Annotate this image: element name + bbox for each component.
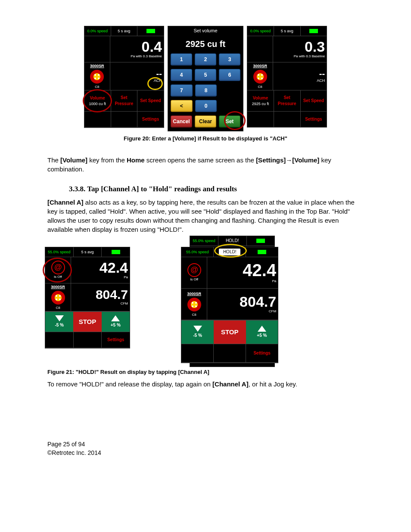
- set-button[interactable]: Set: [219, 115, 240, 128]
- device-home-before: 0.0% speed 5 s avg 0.4 Pa with 0.3 Basel…: [84, 26, 164, 128]
- avg-label: 5 s avg: [111, 26, 138, 36]
- set-speed-button[interactable]: Set Speed: [137, 90, 164, 111]
- channel-b-unit: ACH: [154, 78, 162, 84]
- channel-b-value: --: [319, 69, 325, 78]
- speed-label: 55.0% speed: [190, 236, 218, 246]
- settings-button[interactable]: Settings: [102, 332, 130, 348]
- fan-icon: [51, 291, 65, 305]
- settings-button[interactable]: Settings: [246, 344, 278, 362]
- speed-label: 0.0% speed: [84, 26, 111, 36]
- battery-icon: [246, 247, 278, 257]
- jog-up-button[interactable]: +5 %: [102, 312, 130, 332]
- model-label: 3000SR: [253, 63, 267, 69]
- channel-a[interactable]: 0.3 Pa with 0.3 Baseline: [247, 36, 327, 62]
- channel-a-value: 0.3: [305, 39, 325, 54]
- channel-b-value: 804.7: [240, 294, 276, 309]
- speed-label: 55.0% speed: [45, 247, 74, 257]
- channel-b[interactable]: 3000SR C8 -- ACH: [247, 62, 327, 90]
- key-5[interactable]: 5: [195, 69, 216, 81]
- at-label: is Off: [190, 277, 198, 282]
- speed-label: 55.0% speed: [181, 247, 214, 257]
- paragraph-hold: [Channel A] also acts as a key, so by ta…: [47, 198, 364, 234]
- channel-a[interactable]: @ is Off 42.4 Pa: [45, 257, 130, 283]
- channel-b-unit: ACH: [317, 78, 325, 84]
- key-7[interactable]: 7: [171, 84, 193, 96]
- model-label: 3000SR: [187, 291, 201, 297]
- channel-b[interactable]: 3000SR C8 804.7 CFM: [45, 283, 130, 311]
- paragraph-volume-key: The [Volume] key from the Home screen op…: [47, 156, 364, 174]
- battery-icon: [102, 247, 130, 257]
- jog-down-button[interactable]: -5 %: [181, 320, 214, 344]
- avg-label: 5 s avg: [274, 26, 301, 36]
- avg-label: 5 s avg: [74, 247, 102, 257]
- channel-a-sub: Pa with 0.3 Baseline: [131, 54, 162, 59]
- figure-20: 0.0% speed 5 s avg 0.4 Pa with 0.3 Basel…: [47, 26, 364, 131]
- channel-a[interactable]: 0.4 Pa with 0.3 Baseline: [84, 36, 164, 62]
- set-pressure-button[interactable]: Set Pressure: [274, 90, 301, 111]
- battery-icon: [301, 26, 327, 36]
- figure-21-caption: Figure 21: "HOLD!" Result on display by …: [47, 368, 364, 376]
- channel-a-unit: Pa: [124, 275, 128, 280]
- model-label: 3000SR: [51, 284, 65, 290]
- channel-b-unit: CFM: [269, 309, 276, 314]
- key-back[interactable]: <: [171, 100, 193, 112]
- battery-icon: [137, 26, 164, 36]
- cancel-button[interactable]: Cancel: [171, 115, 192, 128]
- keypad-title: Set volume: [168, 26, 243, 37]
- channel-b-value: --: [156, 69, 162, 78]
- clear-button[interactable]: Clear: [195, 115, 216, 128]
- channel-a[interactable]: @ is Off 42.4 Pa: [181, 257, 278, 289]
- channel-a-value: 0.4: [142, 39, 162, 54]
- channel-b-value: 804.7: [96, 288, 128, 301]
- stop-button[interactable]: STOP: [214, 320, 246, 344]
- channel-a-unit: Pa: [272, 279, 276, 283]
- key-2[interactable]: 2: [195, 53, 216, 65]
- set-pressure-button[interactable]: Set Pressure: [111, 90, 138, 111]
- paragraph-remove-hold: To remove "HOLD!" and release the displa…: [47, 380, 364, 389]
- channel-a-value: 42.4: [100, 260, 128, 275]
- range-label: C8: [56, 305, 60, 310]
- figure-20-caption: Figure 20: Enter a [Volume] if Result to…: [47, 135, 364, 143]
- device-home-after: 0.0% speed 5 s avg 0.3 Pa with 0.3 Basel…: [247, 26, 327, 128]
- range-label: C8: [192, 312, 196, 317]
- jog-up-button[interactable]: +5 %: [246, 320, 278, 344]
- channel-a-value: 42.4: [243, 261, 276, 279]
- section-heading: 3.3.8. Tap [Channel A] to "Hold" reading…: [69, 184, 364, 194]
- device-hold-before: 55.0% speed 5 s avg @ is Off 42.4 Pa 300…: [45, 247, 130, 348]
- key-1[interactable]: 1: [171, 53, 192, 65]
- hold-label-dark: HOLD!: [218, 236, 247, 246]
- figure-21: 55.0% speed 5 s avg @ is Off 42.4 Pa 300…: [47, 247, 364, 363]
- model-label: 3000SR: [90, 63, 104, 69]
- fan-icon: [90, 70, 104, 84]
- key-8[interactable]: 8: [195, 84, 217, 96]
- channel-b[interactable]: 3000SR C8 804.7 CFM: [181, 289, 278, 320]
- range-label: C8: [95, 84, 99, 89]
- device-hold-front: 55.0% speed HOLD! @ is Off 42.4 Pa 3000S…: [181, 247, 278, 363]
- volume-button[interactable]: Volume 1000 cu ft: [84, 90, 111, 111]
- channel-b-unit: CFM: [121, 301, 128, 306]
- at-icon: @: [51, 261, 65, 274]
- settings-button[interactable]: Settings: [301, 112, 327, 127]
- set-speed-button[interactable]: Set Speed: [301, 90, 327, 111]
- battery-icon: [247, 236, 275, 246]
- volume-button[interactable]: Volume 2925 cu ft: [247, 90, 274, 111]
- key-3[interactable]: 3: [219, 53, 240, 65]
- footer-copyright: ©Retrotec Inc. 2014: [47, 449, 364, 457]
- page-footer: Page 25 of 94 ©Retrotec Inc. 2014: [47, 440, 364, 457]
- stop-button[interactable]: STOP: [73, 312, 101, 332]
- jog-down-button[interactable]: -5 %: [45, 312, 73, 332]
- at-label: is Off: [54, 274, 62, 279]
- fan-icon: [187, 298, 201, 311]
- key-0[interactable]: 0: [195, 100, 217, 112]
- at-icon: @: [187, 263, 201, 277]
- channel-a-sub: Pa with 0.3 Baseline: [294, 54, 325, 59]
- keypad-value: 2925 cu ft: [168, 37, 243, 52]
- speed-label: 0.0% speed: [247, 26, 274, 36]
- fan-icon: [253, 70, 267, 84]
- settings-button[interactable]: Settings: [137, 112, 164, 127]
- key-6[interactable]: 6: [219, 69, 240, 81]
- channel-b[interactable]: 3000SR C8 -- ACH: [84, 62, 164, 90]
- range-label: C8: [258, 84, 262, 89]
- key-4[interactable]: 4: [171, 69, 192, 81]
- hold-label: HOLD!: [214, 247, 246, 257]
